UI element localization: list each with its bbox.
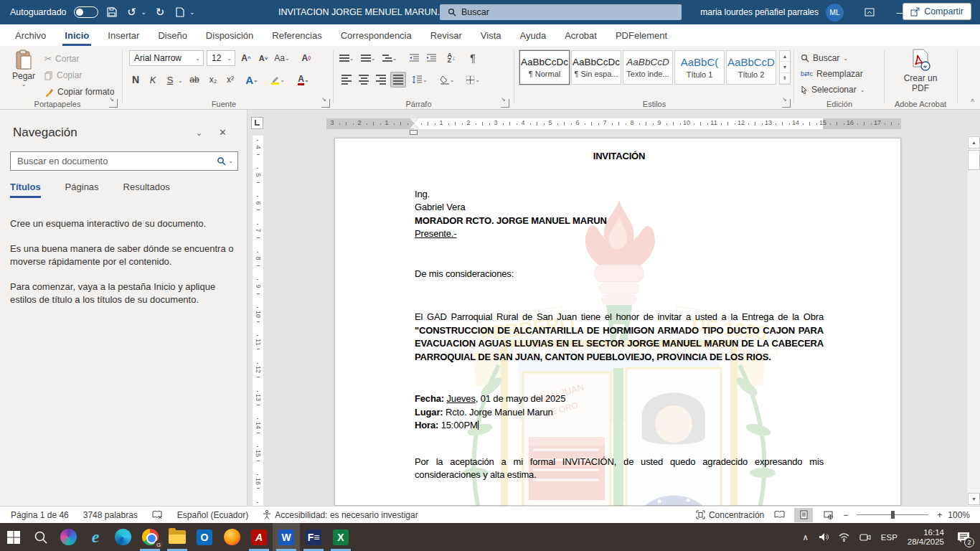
replace-button[interactable]: b⇄cReemplazar — [801, 67, 863, 81]
tab-acrobat[interactable]: Acrobat — [555, 24, 606, 46]
web-layout-icon[interactable] — [819, 508, 837, 522]
undo-caret-icon[interactable]: ⌄ — [141, 9, 147, 16]
underline-button[interactable]: S — [162, 72, 178, 88]
clipboard-dialog-launcher[interactable] — [109, 99, 118, 108]
tab-inicio[interactable]: Inicio — [55, 24, 98, 46]
select-button[interactable]: Seleccionar⌄ — [801, 83, 864, 97]
tab-insertar[interactable]: Insertar — [98, 24, 149, 46]
nav-tab-titulos[interactable]: Títulos — [10, 182, 41, 198]
styles-scrollbar[interactable]: ▲▼⇟ — [779, 50, 791, 85]
tab-ayuda[interactable]: Ayuda — [510, 24, 555, 46]
tab-disposicion[interactable]: Disposición — [197, 24, 263, 46]
document-text[interactable]: INVITACIÓN Ing. Gabriel Vera MORADOR RCT… — [415, 150, 824, 482]
cut-button[interactable]: ✂Cortar — [44, 52, 79, 66]
nav-pane-close-icon[interactable]: ✕ — [219, 127, 227, 138]
increase-indent-icon[interactable] — [423, 50, 439, 66]
align-center-icon[interactable] — [356, 72, 372, 88]
font-name-select[interactable]: Arial Narrow⌄ — [129, 50, 204, 66]
multilevel-list-icon[interactable]: ⌄ — [382, 50, 397, 66]
pilcrow-icon[interactable]: ¶ — [465, 50, 481, 66]
nav-tab-resultados[interactable]: Resultados — [123, 182, 170, 198]
tab-archivo[interactable]: Archivo — [6, 24, 55, 46]
styles-dialog-launcher[interactable] — [782, 99, 791, 108]
document-page[interactable]: FEBRERO DE 1986 7 SAN JUAN DE ORO — [334, 138, 901, 506]
bold-button[interactable]: N — [128, 72, 143, 88]
collapse-ribbon-icon[interactable]: ^ — [971, 98, 974, 106]
taskbar-excel-icon[interactable]: X — [327, 523, 354, 551]
clear-formatting-button[interactable]: A◊ — [298, 50, 314, 66]
taskbar-copilot-icon[interactable] — [55, 523, 82, 551]
taskbar-acrobat-icon[interactable]: A — [245, 523, 273, 551]
clock[interactable]: 16:1428/4/2025 — [908, 528, 944, 547]
scroll-down-icon[interactable]: ▼ — [968, 493, 980, 505]
page-indicator[interactable]: Página 1 de 46 — [7, 510, 72, 520]
tab-diseno[interactable]: Diseño — [149, 24, 196, 46]
nav-tab-paginas[interactable]: Páginas — [65, 182, 99, 198]
search-input[interactable]: Buscar — [440, 4, 682, 20]
tab-vista[interactable]: Vista — [471, 24, 511, 46]
tab-referencias[interactable]: Referencias — [263, 24, 331, 46]
strikethrough-button[interactable]: ab — [187, 72, 202, 88]
style-titulo-1[interactable]: AaBbC(Título 1 — [674, 50, 725, 85]
accessibility-item[interactable]: Accesibilidad: es necesario investigar — [259, 510, 421, 520]
style-titulo-2[interactable]: AaBbCcDTítulo 2 — [726, 50, 776, 85]
ribbon-display-options-icon[interactable] — [854, 0, 885, 24]
redo-icon[interactable]: ↻ — [154, 6, 166, 19]
nav-pane-chevron-down-icon[interactable]: ⌄ — [196, 128, 202, 138]
read-mode-icon[interactable] — [770, 508, 788, 522]
undo-icon[interactable]: ↺ — [126, 6, 138, 19]
horizontal-ruler[interactable]: 3211234567891011121314151617 — [248, 118, 915, 129]
hanging-indent-marker[interactable] — [410, 123, 418, 128]
print-layout-icon[interactable] — [794, 508, 813, 522]
user-name[interactable]: maria lourdes peñafiel parrales — [700, 7, 819, 17]
share-button[interactable]: Compartir — [903, 3, 971, 20]
font-size-select[interactable]: 12⌄ — [207, 50, 235, 66]
taskbar-chrome-icon[interactable]: G — [136, 523, 164, 551]
nav-search-input[interactable]: Buscar en documento ⌄ — [10, 151, 238, 171]
left-indent-marker[interactable] — [410, 130, 418, 135]
tab-pdfelement[interactable]: PDFelement — [606, 24, 677, 46]
scroll-up-icon[interactable]: ▲ — [968, 136, 980, 149]
nav-search-caret-icon[interactable]: ⌄ — [228, 158, 233, 164]
style-texto-inde-[interactable]: AaBbCcDTexto inde... — [623, 50, 673, 85]
proofing-icon[interactable] — [149, 510, 166, 519]
avatar[interactable]: ML — [826, 4, 844, 22]
copy-button[interactable]: Copiar — [44, 68, 82, 83]
zoom-level[interactable]: 100% — [948, 510, 970, 520]
font-dialog-launcher[interactable] — [321, 99, 330, 108]
taskbar-explorer-icon[interactable] — [164, 523, 191, 551]
language-switcher[interactable]: ESP — [881, 533, 897, 542]
volume-icon[interactable] — [819, 532, 829, 542]
new-doc-icon[interactable] — [174, 6, 187, 19]
tab-revisar[interactable]: Revisar — [421, 24, 471, 46]
nav-search-icon[interactable] — [217, 156, 226, 166]
highlight-button[interactable]: ⌄ — [270, 72, 286, 88]
find-button[interactable]: Buscar⌄ — [801, 51, 848, 65]
language-indicator[interactable]: Español (Ecuador) — [174, 510, 252, 520]
word-count[interactable]: 3748 palabras — [80, 510, 141, 520]
paste-button[interactable]: Pegar ⌄ — [7, 50, 40, 100]
shading-icon[interactable]: ⌄ — [439, 72, 455, 88]
text-effects-button[interactable]: A⌄ — [244, 72, 260, 88]
zoom-in-button[interactable]: + — [937, 510, 942, 520]
save-icon[interactable] — [105, 6, 118, 19]
italic-button[interactable]: K — [145, 72, 161, 88]
taskbar-f-app-icon[interactable]: F≡ — [300, 523, 327, 551]
vertical-scrollbar[interactable]: ▲ ▼ — [966, 136, 980, 506]
borders-icon[interactable]: ⌄ — [465, 72, 481, 88]
subscript-button[interactable]: x₂ — [205, 72, 221, 88]
create-pdf-button[interactable]: Crear un PDF — [895, 49, 946, 93]
taskbar-start-icon[interactable] — [0, 523, 27, 551]
taskbar-firefox-icon[interactable] — [218, 523, 245, 551]
change-case-button[interactable]: Aa⌄ — [274, 50, 290, 66]
taskbar-ie-icon[interactable]: e — [82, 523, 109, 551]
taskbar-outlook-icon[interactable]: O — [191, 523, 218, 551]
scrollbar-thumb[interactable] — [968, 150, 980, 170]
taskbar-edge-icon[interactable] — [109, 523, 136, 551]
bullet-list-icon[interactable]: ⌄ — [339, 50, 354, 66]
style--sin-espa-[interactable]: AaBbCcDc¶ Sin espa... — [571, 50, 621, 85]
numbered-list-icon[interactable]: ⌄ — [360, 50, 376, 66]
shrink-font-button[interactable]: A˅ — [255, 50, 271, 66]
justify-icon[interactable] — [390, 72, 406, 88]
meet-now-icon[interactable] — [859, 533, 871, 542]
